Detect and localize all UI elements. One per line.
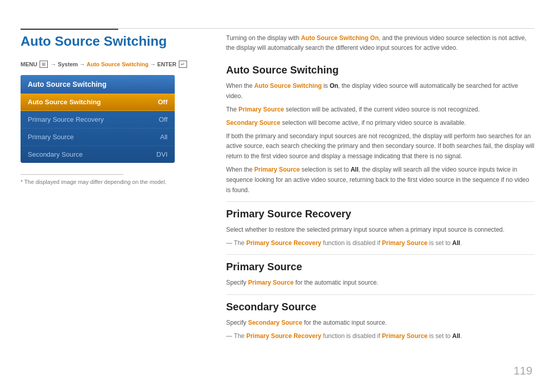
left-column: Auto Source Switching MENU ⊞ → System → …	[21, 33, 206, 185]
menu-enter: ENTER	[157, 61, 176, 67]
intro-bold-1: Auto Source Switching On	[301, 34, 379, 42]
section-body-auto-4: If both the primary and secondary input …	[226, 132, 534, 162]
section-body-auto-3: Secondary Source selection will become a…	[226, 118, 534, 128]
menu-item-value-recovery: Off	[159, 116, 168, 123]
menu-item-value-primary: All	[160, 133, 168, 141]
menu-item-secondary-source[interactable]: Secondary Source DVI	[21, 146, 175, 163]
top-border	[21, 28, 534, 29]
page-title: Auto Source Switching	[21, 33, 206, 49]
menu-item-primary-source[interactable]: Primary Source All	[21, 128, 175, 146]
right-column: Turning on the display with Auto Source …	[226, 33, 534, 344]
page-number: 119	[513, 364, 532, 378]
section-body-auto-1: When the Auto Source Switching is On, th…	[226, 81, 534, 102]
section-divider-3	[226, 294, 534, 295]
footnote-divider	[21, 174, 123, 175]
section-divider-1	[226, 201, 534, 202]
menu-label: MENU	[21, 61, 37, 67]
menu-item-label-primary: Primary Source	[28, 133, 74, 141]
menu-system: System	[58, 61, 78, 67]
section-body-secondary: Specify Secondary Source for the automat…	[226, 318, 534, 328]
menu-item-label-auto: Auto Source Switching	[28, 98, 101, 106]
section-title-primary: Primary Source	[226, 261, 534, 273]
menu-box: Auto Source Switching Auto Source Switch…	[21, 75, 175, 163]
menu-item-auto-source-switching[interactable]: Auto Source Switching Off	[21, 94, 175, 111]
menu-box-title: Auto Source Switching	[21, 75, 175, 94]
menu-icon: ⊞	[40, 61, 48, 68]
section-title-recovery: Primary Source Recovery	[226, 208, 534, 220]
section-title-secondary: Secondary Source	[226, 301, 534, 313]
menu-path: MENU ⊞ → System → Auto Source Switching …	[21, 61, 206, 68]
section-note-secondary: ― The Primary Source Recovery function i…	[226, 331, 534, 341]
section-body-auto-5: When the Primary Source selection is set…	[226, 165, 534, 195]
section-body-primary: Specify Primary Source for the automatic…	[226, 278, 534, 288]
menu-item-label-secondary: Secondary Source	[28, 151, 83, 158]
section-title-auto: Auto Source Switching	[226, 64, 534, 76]
section-body-auto-2: The Primary Source selection will be act…	[226, 105, 534, 115]
menu-item-label-recovery: Primary Source Recovery	[28, 116, 104, 123]
footnote: * The displayed image may differ dependi…	[21, 179, 206, 185]
menu-item-value-auto: Off	[158, 98, 168, 106]
menu-item-value-secondary: DVI	[156, 151, 168, 158]
section-body-recovery-1: Select whether to restore the selected p…	[226, 225, 534, 235]
section-divider-2	[226, 254, 534, 255]
intro-text: Turning on the display with Auto Source …	[226, 33, 534, 53]
menu-item-primary-recovery[interactable]: Primary Source Recovery Off	[21, 111, 175, 128]
page: Auto Source Switching MENU ⊞ → System → …	[0, 0, 555, 392]
menu-auto-source: Auto Source Switching	[87, 61, 149, 67]
enter-icon: ↵	[179, 61, 187, 68]
section-note-recovery: ― The Primary Source Recovery function i…	[226, 238, 534, 248]
